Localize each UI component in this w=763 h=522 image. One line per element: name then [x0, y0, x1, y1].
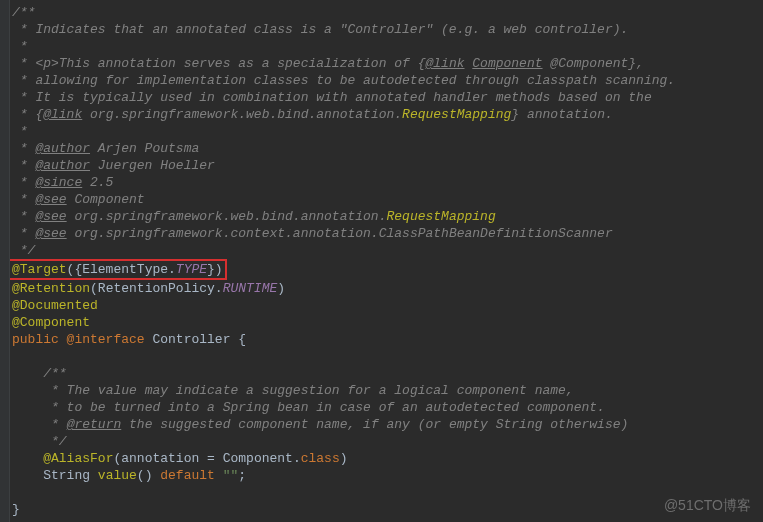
javadoc-see: * @see Component: [12, 192, 145, 207]
public-keyword: public: [12, 332, 67, 347]
javadoc-see: * @see org.springframework.context.annot…: [12, 226, 613, 241]
method-name: value: [98, 468, 137, 483]
javadoc-close: */: [12, 243, 35, 258]
component-annotation: @Component: [12, 315, 90, 330]
javadoc-see: * @see org.springframework.web.bind.anno…: [12, 209, 496, 224]
aliasfor-annotation: @AliasFor: [43, 451, 113, 466]
javadoc-line: * <p>This annotation serves as a special…: [12, 56, 644, 71]
documented-annotation: @Documented: [12, 298, 98, 313]
method-javadoc-line: * The value may indicate a suggestion fo…: [43, 383, 574, 398]
method-javadoc-line: * to be turned into a Spring bean in cas…: [43, 400, 605, 415]
javadoc-since: * @since 2.5: [12, 175, 113, 190]
retention-annotation: @Retention: [12, 281, 90, 296]
return-type: String: [43, 468, 98, 483]
code-editor[interactable]: /** * Indicates that an annotated class …: [0, 0, 763, 518]
target-annotation-highlight: @Target({ElementType.TYPE}): [8, 259, 227, 280]
javadoc-line: *: [12, 39, 28, 54]
string-literal: "": [223, 468, 239, 483]
javadoc-line: * allowing for implementation classes to…: [12, 73, 675, 88]
javadoc-line: * Indicates that an annotated class is a…: [12, 22, 628, 37]
class-name: Controller: [145, 332, 239, 347]
javadoc-line: * It is typically used in combination wi…: [12, 90, 652, 105]
javadoc-author: * @author Juergen Hoeller: [12, 158, 215, 173]
javadoc-author: * @author Arjen Poutsma: [12, 141, 199, 156]
method-javadoc-close: */: [43, 434, 66, 449]
method-javadoc-return: * @return the suggested component name, …: [43, 417, 628, 432]
javadoc-line: * {@link org.springframework.web.bind.an…: [12, 107, 613, 122]
javadoc-open: /**: [12, 5, 35, 20]
interface-keyword: @interface: [67, 332, 145, 347]
javadoc-line: *: [12, 124, 28, 139]
target-annotation: @Target: [12, 262, 67, 277]
method-javadoc-open: /**: [43, 366, 66, 381]
editor-gutter: [0, 0, 10, 522]
closing-brace: }: [12, 502, 20, 517]
watermark: @51CTO博客: [664, 497, 751, 514]
